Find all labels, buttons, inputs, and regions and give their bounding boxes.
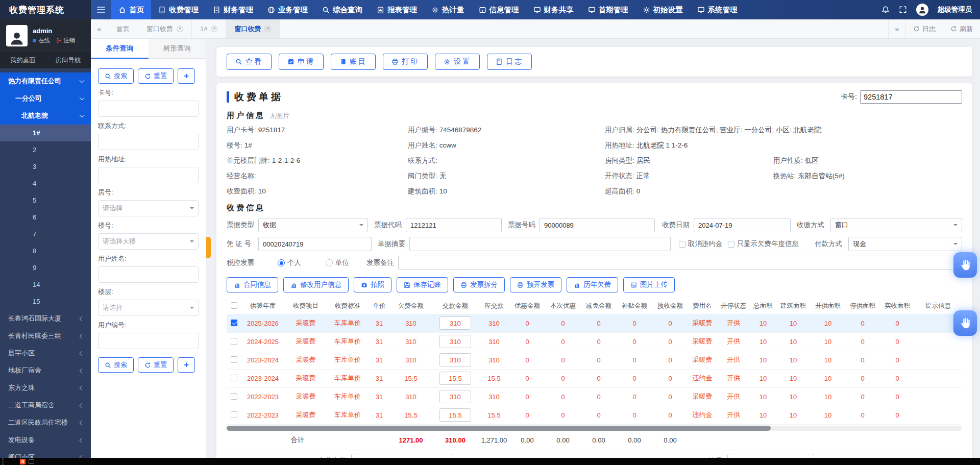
action-button[interactable]: 拍照	[354, 277, 391, 292]
field-select[interactable]: 请选择	[98, 200, 199, 216]
scroll-tabs-right-icon[interactable]: »	[888, 19, 905, 38]
main-menu-item[interactable]: 综合查询	[315, 0, 370, 19]
action-button[interactable]: 保存记账	[397, 277, 448, 292]
main-menu-item[interactable]: 首页	[111, 0, 151, 19]
pay-amount-input[interactable]	[439, 316, 471, 330]
main-menu-item[interactable]: 业务管理	[260, 0, 315, 19]
tree-item[interactable]: 二道工商局宿舍	[0, 397, 91, 414]
field-input[interactable]	[98, 167, 199, 183]
tree-item[interactable]: 7	[0, 226, 91, 242]
tree-item[interactable]: 热力有限责任公司	[0, 72, 91, 90]
bell-icon[interactable]	[881, 6, 890, 14]
ticket-type-select[interactable]: 收据	[258, 218, 368, 232]
toolbar-button[interactable]: 申请	[279, 54, 324, 70]
search-panel-tab[interactable]: 条件查询	[91, 39, 149, 59]
avatar[interactable]	[916, 4, 928, 16]
panel-collapse-handle[interactable]	[206, 237, 211, 258]
tree-item[interactable]: 14	[0, 276, 91, 293]
fee-date-input[interactable]	[694, 218, 791, 232]
pay-amount-input[interactable]	[439, 353, 471, 366]
channel-select[interactable]: 窗口	[830, 218, 962, 232]
pay-amount-input[interactable]	[439, 390, 471, 403]
field-input[interactable]	[98, 134, 199, 150]
voucher-input[interactable]	[258, 237, 372, 251]
sidebar-tab[interactable]: 房间导航	[45, 52, 91, 68]
table-row[interactable]: 2024-2025 采暖费 车库单价 31 310 310 0 0 0 0 0 …	[227, 332, 962, 351]
ticket-code-input[interactable]	[406, 218, 502, 232]
tree-item[interactable]: 15	[0, 293, 91, 310]
toolbar-button[interactable]: 账目	[331, 54, 376, 70]
tree-item[interactable]: 发电设备	[0, 431, 91, 449]
sidebar-tab[interactable]: 我的桌面	[0, 52, 45, 68]
table-row[interactable]: 2025-2026 采暖费 车库单价 31 310 310 0 0 0 0 0 …	[227, 314, 962, 332]
keyboard-icon[interactable]	[29, 459, 34, 464]
toolbar-button[interactable]: 日志	[487, 54, 532, 70]
action-button[interactable]: 修改用户信息	[283, 277, 349, 292]
scrollbar-thumb[interactable]	[227, 426, 771, 431]
page-tab[interactable]: 窗口收费 ✕	[226, 19, 280, 38]
menu-toggle-icon[interactable]	[91, 0, 111, 19]
toolbar-button[interactable]: 设置	[435, 54, 480, 70]
search-button[interactable]: 搜索	[98, 357, 134, 373]
action-button[interactable]: 合同信息	[227, 277, 278, 292]
row-checkbox[interactable]	[231, 393, 237, 400]
page-tab[interactable]: 窗口收费 ✕	[138, 19, 192, 38]
field-input[interactable]	[98, 266, 199, 283]
tree-item[interactable]: 二道区民政局住宅楼	[0, 414, 91, 431]
main-menu-item[interactable]: 系统管理	[690, 0, 745, 19]
main-menu-item[interactable]: 热计量	[424, 0, 472, 19]
reset-button[interactable]: 重置	[138, 68, 174, 84]
invoice-note-input[interactable]	[398, 256, 962, 270]
tree-item[interactable]: 6	[0, 209, 91, 226]
field-input[interactable]	[98, 101, 199, 117]
page-tab[interactable]: 1# ✕	[192, 19, 226, 38]
main-menu-item[interactable]: 财务共享	[526, 0, 581, 19]
field-select[interactable]: 请选择	[98, 300, 199, 316]
unit-radio[interactable]	[326, 259, 333, 266]
pay-method-select[interactable]: 现金	[848, 237, 962, 251]
select-all-checkbox[interactable]	[231, 302, 237, 309]
main-menu-item[interactable]: 初始设置	[635, 0, 690, 19]
tree-item[interactable]: 长青村民航委三组	[0, 327, 91, 345]
tree-item[interactable]: 3	[0, 158, 91, 175]
log-button[interactable]: 日志	[905, 19, 943, 38]
add-button[interactable]: +	[178, 68, 195, 84]
tree-item[interactable]: 8	[0, 242, 91, 259]
user-role[interactable]: 超级管理员	[938, 5, 972, 14]
tree-item[interactable]: 地板厂宿舍	[0, 362, 91, 379]
action-button[interactable]: 发票拆分	[453, 277, 505, 292]
tree-item[interactable]: 4	[0, 175, 91, 192]
horizontal-scrollbar[interactable]	[227, 426, 962, 431]
cancel-penalty-checkbox[interactable]	[679, 241, 685, 248]
user-avatar[interactable]	[6, 25, 28, 46]
search-panel-tab[interactable]: 树形查询	[149, 39, 206, 59]
tree-item[interactable]: 一分公司	[0, 90, 91, 107]
touch-scroll-button[interactable]	[953, 252, 977, 278]
summary-input[interactable]	[409, 237, 671, 251]
main-menu-item[interactable]: 财务管理	[206, 0, 260, 19]
card-number-input[interactable]	[860, 90, 962, 104]
table-row[interactable]: 2023-2024 采暖费 车库单价 31 15.5 15.5 0 0 0 0 …	[227, 369, 962, 387]
tree-item[interactable]: 1#	[0, 125, 91, 141]
action-button[interactable]: 历年欠费	[567, 277, 618, 292]
pay-amount-input[interactable]	[439, 335, 471, 348]
search-button[interactable]: 搜索	[98, 68, 134, 84]
only-arrears-checkbox[interactable]	[728, 241, 734, 248]
action-button[interactable]: 图片上传	[623, 277, 675, 292]
add-button[interactable]: +	[178, 357, 195, 373]
toolbar-button[interactable]: 打印	[383, 54, 428, 70]
table-row[interactable]: 2022-2023 采暖费 车库单价 31 310 310 0 0 0 0 0 …	[227, 387, 962, 406]
row-checkbox[interactable]	[231, 338, 237, 345]
row-checkbox[interactable]	[231, 375, 237, 381]
close-icon[interactable]: ✕	[177, 26, 183, 32]
table-row[interactable]: 2022-2023 采暖费 车库单价 31 15.5 15.5 0 0 0 0 …	[227, 406, 962, 424]
action-button[interactable]: 预开发票	[510, 277, 561, 292]
tree-item[interactable]: 长春鸿石国际大厦	[0, 310, 91, 327]
main-menu-item[interactable]: 报表管理	[370, 0, 424, 19]
row-checkbox[interactable]	[231, 320, 237, 326]
ticket-no-input[interactable]	[540, 218, 655, 232]
tree-item[interactable]: 2	[0, 141, 91, 158]
main-menu-item[interactable]: 首期管理	[581, 0, 635, 19]
row-checkbox[interactable]	[231, 411, 237, 418]
page-tab[interactable]: 首页 ✕	[108, 19, 138, 38]
